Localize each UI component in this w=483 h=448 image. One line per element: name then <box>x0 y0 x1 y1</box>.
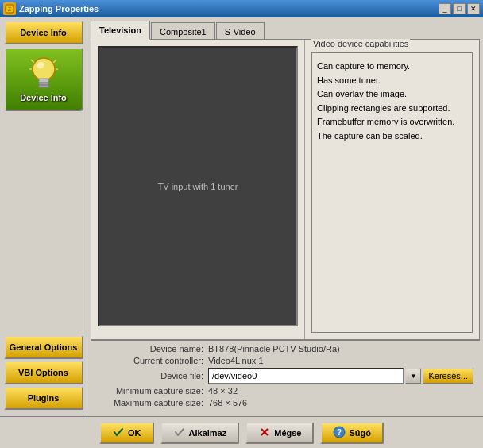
help-button[interactable]: ? Súgó <box>320 422 384 444</box>
window-title: Zapping Properties <box>19 4 435 14</box>
device-file-input[interactable] <box>208 368 404 384</box>
tv-preview: TV input with 1 tuner <box>98 46 298 326</box>
device-info-rows: Device name: BT878(Pinnacle PCTV Studio/… <box>91 340 480 413</box>
device-file-input-group: ▼ Keresés... <box>208 368 473 384</box>
panel-left: TV input with 1 tuner <box>91 40 304 339</box>
apply-icon <box>173 426 186 440</box>
main-container: Device Info <box>0 17 483 416</box>
tab-composite1[interactable]: Composite1 <box>151 22 215 40</box>
tab-bar: Television Composite1 S-Video <box>91 21 480 40</box>
maximize-button[interactable]: □ <box>453 3 466 14</box>
device-file-row: Device file: ▼ Keresés... <box>97 368 473 384</box>
apply-button[interactable]: Alkalmaz <box>160 422 240 444</box>
device-info-button[interactable]: Device Info <box>4 21 83 44</box>
general-options-button[interactable]: General Options <box>4 335 83 359</box>
svg-line-7 <box>31 60 34 63</box>
capability-item: The capture can be scaled. <box>317 129 467 144</box>
capability-item: Framebuffer memory is overwritten. <box>317 115 467 129</box>
svg-rect-4 <box>39 79 48 83</box>
capabilities-box: Can capture to memory. Has some tuner. C… <box>311 52 473 333</box>
device-info-large-button[interactable]: Device Info <box>4 48 83 111</box>
close-button[interactable]: ✕ <box>467 3 480 14</box>
vbi-options-button[interactable]: VBI Options <box>4 361 83 384</box>
ok-button[interactable]: OK <box>99 422 154 444</box>
device-name-row: Device name: BT878(Pinnacle PCTV Studio/… <box>97 344 473 353</box>
tab-svideo[interactable]: S-Video <box>216 22 265 40</box>
app-icon: Z <box>3 2 16 15</box>
capability-item: Has some tuner. <box>317 74 467 88</box>
sidebar-bottom: General Options VBI Options Plugins <box>3 335 83 413</box>
cancel-icon <box>258 426 271 440</box>
svg-line-8 <box>53 60 56 63</box>
svg-rect-6 <box>39 85 48 87</box>
sidebar: Device Info <box>0 17 87 416</box>
capability-item: Clipping rectangles are supported. <box>317 102 467 116</box>
tab-panel: TV input with 1 tuner Video device capab… <box>91 39 480 340</box>
ok-icon <box>112 426 125 440</box>
bottom-bar: OK Alkalmaz Mégse ? Súgó <box>0 416 483 448</box>
capability-item: Can overlay the image. <box>317 87 467 102</box>
title-bar: Z Zapping Properties _ □ ✕ <box>0 0 483 17</box>
tab-television[interactable]: Television <box>91 21 150 40</box>
current-controller-row: Current controller: Video4Linux 1 <box>97 356 473 365</box>
help-icon: ? <box>333 426 346 440</box>
max-capture-row: Maximum capture size: 768 × 576 <box>97 398 473 407</box>
browse-button[interactable]: Keresés... <box>423 368 473 384</box>
content-area: Television Composite1 S-Video TV input w… <box>87 17 483 416</box>
capability-item: Can capture to memory. <box>317 60 467 74</box>
svg-point-2 <box>33 58 55 80</box>
cancel-button[interactable]: Mégse <box>245 422 314 444</box>
plugins-button[interactable]: Plugins <box>4 386 83 410</box>
dropdown-arrow-button[interactable]: ▼ <box>405 368 421 384</box>
minimize-button[interactable]: _ <box>439 3 451 14</box>
svg-text:Z: Z <box>8 6 12 12</box>
bulb-icon <box>29 56 58 91</box>
min-capture-row: Minimum capture size: 48 × 32 <box>97 386 473 396</box>
panel-right: Video device capabilities Can capture to… <box>304 40 479 339</box>
window-controls: _ □ ✕ <box>439 3 480 14</box>
svg-text:?: ? <box>337 428 342 437</box>
